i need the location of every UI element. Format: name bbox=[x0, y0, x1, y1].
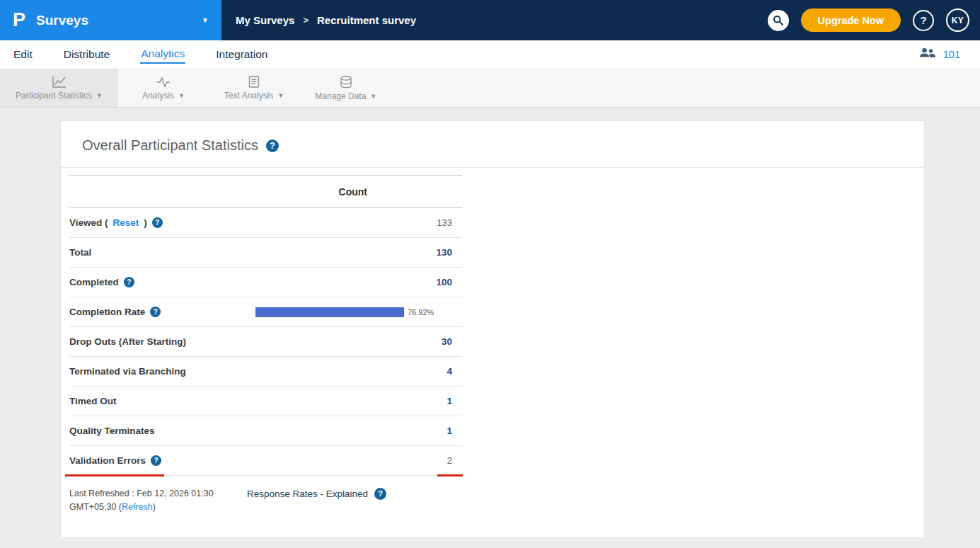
help-icon[interactable]: ? bbox=[913, 10, 934, 31]
stats-row-value: 130 bbox=[436, 247, 462, 258]
analysis-icon bbox=[156, 76, 171, 88]
stats-row-label: Terminated via Branching bbox=[69, 366, 186, 377]
help-icon[interactable]: ? bbox=[124, 277, 134, 287]
chevron-down-icon: ▼ bbox=[370, 93, 376, 100]
response-rates-explained: Response Rates - Explained ? bbox=[247, 488, 386, 500]
breadcrumb-my-surveys[interactable]: My Surveys bbox=[236, 14, 294, 26]
product-switcher[interactable]: P Surveys ▼ bbox=[0, 0, 221, 40]
toolbar-item-label: Participant Statistics bbox=[16, 91, 92, 101]
stats-row-label: Validation Errors? bbox=[69, 455, 161, 466]
response-rates-label: Response Rates - Explained bbox=[247, 489, 368, 499]
help-icon[interactable]: ? bbox=[374, 488, 386, 500]
toolbar-item-label: Analysis bbox=[142, 91, 174, 101]
chevron-down-icon: ▼ bbox=[178, 92, 185, 99]
stats-row-value: 133 bbox=[437, 217, 462, 228]
completion-rate-bar-fill bbox=[255, 307, 404, 317]
red-underline-annotation bbox=[437, 474, 463, 476]
last-refreshed: Last Refreshed : Feb 12, 2026 01:30 GMT+… bbox=[69, 487, 247, 514]
tab-edit[interactable]: Edit bbox=[13, 46, 33, 63]
avatar[interactable]: KY bbox=[946, 8, 969, 32]
red-underline-annotation bbox=[65, 474, 164, 476]
toolbar-text-analysis[interactable]: Text Analysis ▼ bbox=[209, 69, 299, 107]
stats-row-value: 1 bbox=[446, 426, 462, 436]
card-footer: Last Refreshed : Feb 12, 2026 01:30 GMT+… bbox=[69, 487, 916, 514]
reset-link[interactable]: Reset bbox=[113, 217, 139, 228]
stats-row-value: 4 bbox=[446, 366, 462, 377]
completion-rate-percent: 76.92% bbox=[408, 308, 434, 316]
stats-row-value: 30 bbox=[442, 336, 462, 347]
count-column-header: Count bbox=[339, 186, 462, 198]
top-header: P Surveys ▼ My Surveys > Recruitment sur… bbox=[0, 0, 980, 40]
header-actions: Upgrade Now ? KY bbox=[768, 8, 980, 32]
breadcrumb-separator: > bbox=[303, 15, 309, 25]
stats-row-value: 1 bbox=[446, 396, 462, 406]
card-title-row: Overall Participant Statistics ? bbox=[61, 121, 924, 168]
tab-analytics[interactable]: Analytics bbox=[140, 45, 185, 64]
stats-row-label: Quality Terminates bbox=[69, 426, 155, 436]
breadcrumb: My Surveys > Recruitment survey bbox=[236, 14, 416, 26]
manage-data-icon bbox=[339, 76, 353, 89]
tab-distribute[interactable]: Distribute bbox=[63, 46, 110, 63]
chevron-down-icon: ▼ bbox=[96, 92, 103, 99]
table-row: Validation Errors?2 bbox=[69, 446, 462, 476]
help-icon[interactable]: ? bbox=[150, 307, 161, 317]
table-row: Terminated via Branching4 bbox=[69, 357, 462, 387]
chevron-down-icon: ▼ bbox=[277, 92, 284, 99]
table-row: Drop Outs (After Starting)30 bbox=[69, 327, 462, 357]
stats-row-label: Completed? bbox=[69, 277, 134, 287]
upgrade-now-button[interactable]: Upgrade Now bbox=[801, 8, 901, 32]
help-icon[interactable]: ? bbox=[266, 139, 279, 152]
stats-row-label: Drop Outs (After Starting) bbox=[69, 336, 186, 347]
stats-row-label: Timed Out bbox=[69, 396, 117, 406]
survey-nav: Edit Distribute Analytics Integration 10… bbox=[0, 40, 980, 69]
participant-statistics-table: Count Viewed ( Reset )?133Total130Comple… bbox=[69, 175, 462, 476]
table-row: Quality Terminates1 bbox=[69, 416, 462, 446]
toolbar-manage-data[interactable]: Manage Data ▼ bbox=[299, 69, 392, 107]
stats-row-value: 100 bbox=[436, 277, 462, 287]
last-refreshed-line1: Last Refreshed : Feb 12, 2026 01:30 bbox=[69, 487, 247, 501]
table-row: Total130 bbox=[69, 238, 462, 268]
toolbar-analysis[interactable]: Analysis ▼ bbox=[118, 69, 209, 107]
page-title: Overall Participant Statistics bbox=[82, 137, 258, 154]
participant-count: 101 bbox=[943, 49, 960, 60]
table-row: Completion Rate?76.92% bbox=[69, 297, 462, 327]
stats-table-body: Viewed ( Reset )?133Total130Completed?10… bbox=[69, 208, 462, 476]
help-icon[interactable]: ? bbox=[152, 217, 163, 228]
completion-rate-bar: 76.92% bbox=[255, 307, 434, 317]
help-icon[interactable]: ? bbox=[151, 455, 161, 466]
statistics-card: Overall Participant Statistics ? Count V… bbox=[60, 120, 925, 538]
toolbar-item-label: Text Analysis bbox=[224, 91, 273, 101]
main-content: Overall Participant Statistics ? Count V… bbox=[0, 108, 980, 538]
refresh-link[interactable]: Refresh bbox=[122, 502, 153, 512]
toolbar-item-label: Manage Data bbox=[315, 91, 366, 101]
toolbar-participant-statistics[interactable]: Participant Statistics ▼ bbox=[0, 69, 118, 107]
table-row: Timed Out1 bbox=[69, 387, 462, 416]
table-header-row: Count bbox=[69, 175, 462, 208]
search-icon[interactable] bbox=[768, 10, 789, 31]
table-row: Viewed ( Reset )?133 bbox=[69, 208, 462, 238]
stats-row-label: Viewed ( Reset )? bbox=[69, 217, 163, 228]
analytics-toolbar: Participant Statistics ▼ Analysis ▼ Text… bbox=[0, 69, 980, 108]
participant-statistics-icon bbox=[52, 76, 67, 88]
participants-icon bbox=[918, 47, 937, 62]
last-refreshed-line2: GMT+05:30 (Refresh) bbox=[69, 501, 247, 514]
participants-counter[interactable]: 101 bbox=[918, 47, 967, 62]
stats-row-label: Total bbox=[69, 247, 91, 258]
table-row: Completed?100 bbox=[69, 268, 462, 297]
stats-row-value: 2 bbox=[447, 455, 462, 466]
questionpro-logo: P bbox=[13, 11, 25, 30]
breadcrumb-survey-name: Recruitment survey bbox=[317, 14, 416, 26]
chevron-down-icon: ▼ bbox=[202, 16, 209, 24]
text-analysis-icon bbox=[248, 76, 260, 88]
stats-row-label: Completion Rate? bbox=[69, 307, 161, 317]
tab-integration[interactable]: Integration bbox=[215, 46, 268, 63]
product-name: Surveys bbox=[36, 13, 202, 28]
